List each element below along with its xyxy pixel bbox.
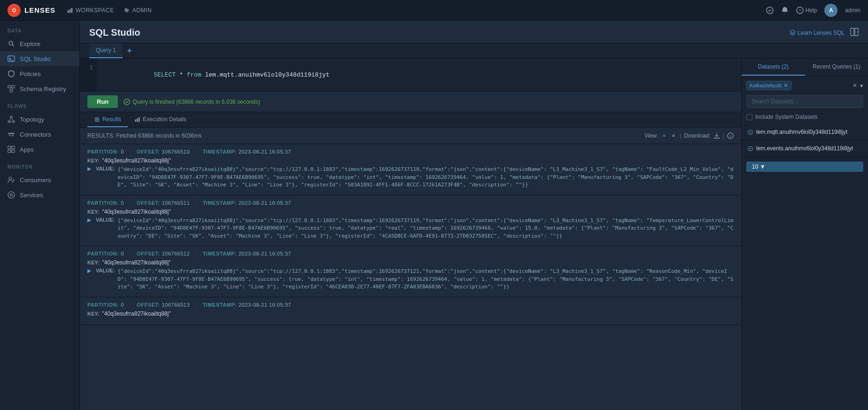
policy-icon <box>8 70 15 77</box>
explore-icon <box>8 40 15 47</box>
svg-rect-26 <box>851 28 854 36</box>
svg-rect-1 <box>70 9 71 13</box>
record-value-1: ▶ VALUE: {"deviceId":"40q3esufrra827ikoa… <box>87 166 734 189</box>
learn-sql-link[interactable]: Learn Lenses SQL <box>790 30 845 36</box>
include-system-checkbox[interactable] <box>746 114 752 120</box>
record-key-1: KEY:"40q3esufrra827ikoaiitq88j" <box>87 157 734 164</box>
dataset-icon-1 <box>747 129 753 135</box>
bell-icon <box>781 7 789 14</box>
dataset-icon-2 <box>747 146 753 152</box>
sidebar-item-schema-registry[interactable]: Schema Registry <box>0 81 79 96</box>
kafka-tag-remove[interactable]: ✕ <box>783 82 788 89</box>
sidebar-item-apps[interactable]: Apps <box>0 142 79 157</box>
sidebar-item-services[interactable]: Services <box>0 187 79 202</box>
svg-rect-31 <box>95 120 100 121</box>
connector-icon <box>8 131 15 138</box>
sidebar-item-explore[interactable]: Explore <box>0 36 79 51</box>
consumer-icon <box>8 176 15 184</box>
sidebar-item-sql-studio[interactable]: SQL Studio <box>0 51 79 66</box>
logo-area[interactable]: O LENSES <box>8 4 55 17</box>
query-tab-1[interactable]: Query 1 <box>89 43 123 58</box>
studio-body: 1 SELECT * from lem.mqtt.anuihmv6lol0y34… <box>80 59 868 410</box>
svg-rect-35 <box>663 135 666 135</box>
svg-line-18 <box>12 118 13 121</box>
run-button[interactable]: Run <box>87 95 118 108</box>
svg-text:?: ? <box>798 8 801 13</box>
admin-nav-link[interactable]: ADMIN <box>124 7 152 14</box>
user-avatar[interactable]: A <box>824 4 837 17</box>
app-logo-icon: O <box>8 4 21 17</box>
query-tabs-bar: Query 1 + <box>80 43 868 59</box>
results-tab-results[interactable]: Results <box>87 112 128 127</box>
query-status: Query is finished (63866 records in 6.03… <box>124 99 260 105</box>
value-expand-1[interactable]: ▶ <box>87 166 91 189</box>
svg-rect-23 <box>12 150 15 153</box>
info-btn[interactable] <box>727 132 734 139</box>
dataset-name-1: lem.mqtt.anuihmv6lol0y348d119i8jyt <box>756 129 847 135</box>
svg-rect-38 <box>673 135 674 136</box>
workspace-nav-link[interactable]: WORKSPACE <box>67 7 114 14</box>
filter-expand-btn[interactable]: ▾ <box>860 82 863 89</box>
editor-results: 1 SELECT * from lem.mqtt.anuihmv6lol0y34… <box>80 59 741 410</box>
sidebar-item-connectors[interactable]: Connectors <box>0 127 79 142</box>
page-header: SQL Studio Learn Lenses SQL <box>80 21 868 43</box>
data-section-label: DATA <box>0 21 79 36</box>
sidebar-label-connectors: Connectors <box>20 131 51 138</box>
pagination-btn[interactable]: 10 ▼ <box>746 162 863 172</box>
sidebar-label-services: Services <box>20 192 43 199</box>
schema-icon <box>8 85 15 93</box>
editor-content[interactable]: SELECT * from lem.mqtt.anuihmv6lol0y348d… <box>97 59 741 91</box>
page-title: SQL Studio <box>89 27 140 38</box>
svg-rect-21 <box>12 146 15 149</box>
check-circle-nav-btn[interactable] <box>766 7 774 14</box>
sidebar-label-policies: Policies <box>20 70 41 77</box>
svg-point-24 <box>9 177 12 180</box>
notification-btn[interactable] <box>781 7 789 14</box>
sql-editor: 1 SELECT * from lem.mqtt.anuihmv6lol0y34… <box>80 59 741 92</box>
sidebar-item-policies[interactable]: Policies <box>0 66 79 81</box>
results-tab-execution[interactable]: Execution Details <box>128 112 193 127</box>
svg-rect-20 <box>8 146 11 149</box>
chart-bar-icon <box>134 116 140 123</box>
filter-clear-btn[interactable]: ✕ <box>852 82 857 89</box>
grid-view-btn[interactable] <box>670 132 677 139</box>
sidebar-item-consumers[interactable]: Consumers <box>0 172 79 187</box>
svg-rect-0 <box>68 10 69 13</box>
separator-2: | <box>723 132 724 139</box>
status-check-icon <box>124 99 130 105</box>
help-btn[interactable]: ? Help <box>796 7 817 14</box>
download-btn[interactable] <box>713 132 720 139</box>
record-key-2: KEY:"40q3esufrra827ikoaiitq88j" <box>87 209 734 215</box>
datasets-tab[interactable]: Datasets (2) <box>742 59 805 76</box>
record-meta-1: PARTITION: 0 | OFFSET: 106766510 | TIMES… <box>87 149 734 155</box>
apps-icon <box>8 146 15 153</box>
dataset-item-mqtt[interactable]: lem.mqtt.anuihmv6lol0y348d119i8jyt <box>742 124 868 140</box>
recent-queries-tab[interactable]: Recent Queries (1) <box>805 59 868 76</box>
record-meta-4: PARTITION: 0 | OFFSET: 106766513 | TIMES… <box>87 302 734 308</box>
dataset-item-header-2: lem.events.anuihmv6lol0y348d119i8jyt <box>747 145 862 152</box>
value-expand-2[interactable]: ▶ <box>87 217 91 240</box>
right-panel: Datasets (2) Recent Queries (1) Kafka(de… <box>741 59 868 410</box>
add-query-tab-btn[interactable]: + <box>123 44 136 58</box>
record-meta-2: PARTITION: 0 | OFFSET: 106766511 | TIMES… <box>87 200 734 206</box>
dataset-item-events[interactable]: lem.events.anuihmv6lol0y348d119i8jyt <box>742 140 868 157</box>
monitor-section-label: MONITOR <box>0 157 79 172</box>
svg-rect-33 <box>137 118 138 122</box>
search-datasets-input[interactable] <box>746 95 863 108</box>
admin-label: admin <box>845 7 860 14</box>
table-row: PARTITION: 0 | OFFSET: 106766511 | TIMES… <box>80 195 741 247</box>
svg-rect-2 <box>71 8 73 13</box>
dataset-item-header-1: lem.mqtt.anuihmv6lol0y348d119i8jyt <box>747 129 862 135</box>
svg-rect-9 <box>8 85 11 88</box>
sidebar: DATA Explore SQL Studio Policies Schema … <box>0 21 80 410</box>
svg-rect-10 <box>12 85 15 88</box>
dataset-name-2: lem.events.anuihmv6lol0y348d119i8jyt <box>756 145 853 152</box>
value-expand-3[interactable]: ▶ <box>87 268 91 291</box>
record-value-3: ▶ VALUE: {"deviceId":"40q3esufrra827ikoa… <box>87 268 734 291</box>
svg-rect-32 <box>135 119 136 122</box>
header-actions: Learn Lenses SQL <box>790 28 859 38</box>
line-numbers: 1 <box>80 59 97 91</box>
split-view-btn[interactable] <box>850 28 859 38</box>
sidebar-item-topology[interactable]: Topology <box>0 112 79 127</box>
list-view-btn[interactable] <box>661 132 667 139</box>
